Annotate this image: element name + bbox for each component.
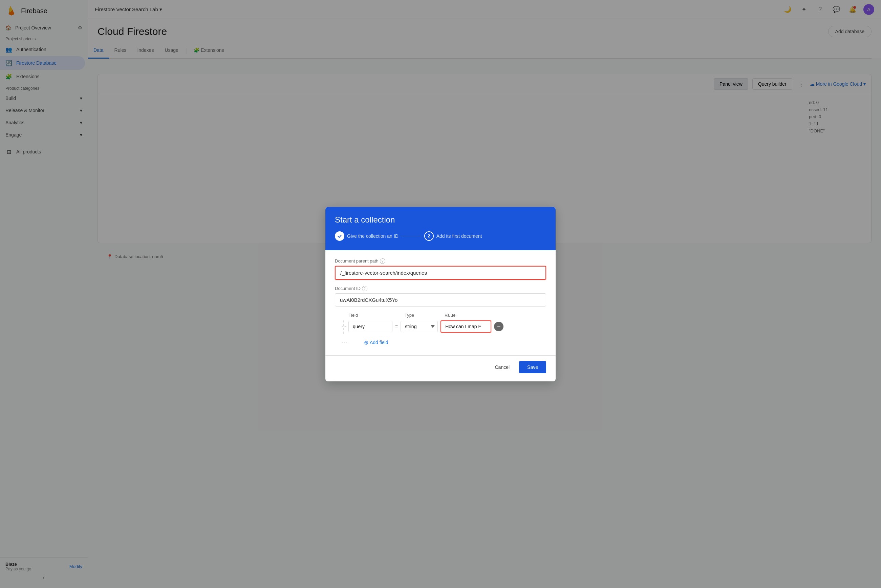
save-button[interactable]: Save <box>519 361 546 373</box>
doc-parent-path-group: Document parent path ? <box>335 258 546 280</box>
step-1-label: Give the collection an ID <box>347 233 399 239</box>
field-col-header: Field <box>348 313 393 318</box>
add-field-button[interactable]: ⊕ Add field <box>351 338 391 347</box>
step-1-circle <box>335 231 345 241</box>
checkmark-icon <box>337 233 342 239</box>
remove-field-button[interactable]: − <box>494 322 503 331</box>
start-collection-modal: Start a collection Give the collection a… <box>325 207 556 381</box>
tree-vertical-line <box>343 320 344 334</box>
modal-body: Document parent path ? Document ID ? Fie… <box>325 250 556 355</box>
add-icon: ⊕ <box>364 339 369 346</box>
modal-title: Start a collection <box>335 215 546 225</box>
doc-id-help-icon[interactable]: ? <box>362 286 367 291</box>
value-col-header: Value <box>445 313 455 318</box>
doc-id-group: Document ID ? <box>335 286 546 306</box>
step-2-circle: 2 <box>424 231 434 241</box>
step-2: 2 Add its first document <box>424 231 482 241</box>
field-name-input[interactable] <box>348 321 393 332</box>
modal-overlay: Start a collection Give the collection a… <box>0 0 881 588</box>
tree-horizontal-line <box>342 326 346 327</box>
field-type-select[interactable]: string number boolean map array null tim… <box>400 321 438 332</box>
equals-sign: = <box>395 324 398 329</box>
fields-tree: = string number boolean map array null t… <box>335 320 546 347</box>
field-value-input[interactable] <box>440 320 491 333</box>
add-field-row: ⋯ ⊕ Add field <box>335 337 546 347</box>
step-line <box>401 236 421 236</box>
type-col-header: Type <box>405 313 442 318</box>
doc-id-input[interactable] <box>335 293 546 306</box>
dots-icon: ⋯ <box>342 338 348 345</box>
doc-parent-path-label: Document parent path ? <box>335 258 546 264</box>
modal-steps: Give the collection an ID 2 Add its firs… <box>335 231 546 241</box>
step-1: Give the collection an ID <box>335 231 399 241</box>
minus-icon: − <box>497 323 501 330</box>
cancel-button[interactable]: Cancel <box>489 361 515 373</box>
fields-section: Field Type Value = string <box>335 313 546 347</box>
doc-parent-path-input[interactable] <box>335 266 546 280</box>
modal-header: Start a collection Give the collection a… <box>325 207 556 250</box>
doc-id-label: Document ID ? <box>335 286 546 291</box>
parent-path-help-icon[interactable]: ? <box>380 258 385 264</box>
modal-footer: Cancel Save <box>325 355 556 381</box>
field-row-query: = string number boolean map array null t… <box>335 320 546 333</box>
field-headers: Field Type Value <box>335 313 546 318</box>
step-2-label: Add its first document <box>436 233 482 239</box>
